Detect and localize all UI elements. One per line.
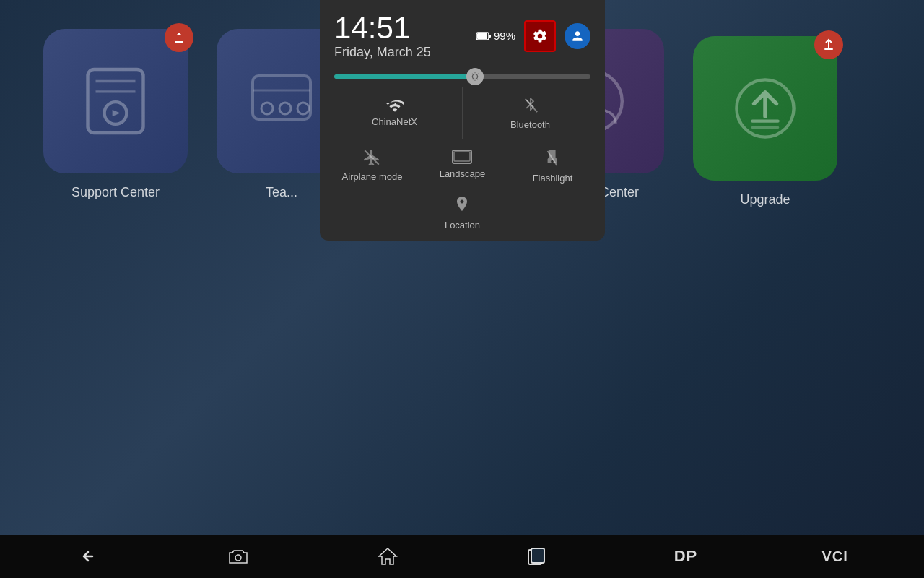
wifi-icon: [385, 96, 404, 112]
battery-percent: 99%: [494, 30, 515, 42]
vci-label: VCI: [821, 548, 847, 565]
svg-rect-16: [824, 48, 833, 50]
airplane-icon: [362, 148, 381, 167]
taskbar-home[interactable]: [370, 538, 406, 574]
tile-label-flashlight: Flashlight: [533, 173, 573, 184]
svg-point-8: [261, 103, 273, 114]
panel-date: Friday, March 25: [334, 45, 431, 60]
svg-rect-27: [531, 548, 544, 563]
panel-header: 14:51 Friday, March 25 99%: [320, 0, 605, 69]
bluetooth-toggle[interactable]: Bluetooth: [463, 87, 598, 139]
panel-status-icons: 99%: [476, 20, 590, 52]
taskbar-recents[interactable]: [518, 538, 554, 574]
app-label-team: Tea...: [266, 185, 297, 200]
svg-rect-23: [454, 152, 470, 161]
svg-line-20: [525, 99, 537, 112]
app-label-support: Support Center: [71, 185, 160, 200]
tile-landscape[interactable]: Landscape: [417, 139, 507, 192]
bluetooth-label: Bluetooth: [510, 119, 550, 130]
svg-marker-4: [113, 110, 121, 116]
brightness-row[interactable]: [320, 69, 605, 87]
tile-label-landscape: Landscape: [440, 168, 486, 179]
taskbar-camera[interactable]: [220, 538, 256, 574]
app-icon-support: [43, 29, 188, 173]
app-icon-upgrade: [693, 36, 837, 181]
dp-label: DP: [674, 547, 698, 566]
settings-button[interactable]: [524, 20, 556, 52]
app-icon-wrapper-upgrade: [693, 36, 837, 181]
app-icon-wrapper-support: [43, 29, 188, 173]
account-icon: [570, 29, 585, 43]
svg-rect-19: [489, 35, 491, 38]
taskbar-dp[interactable]: DP: [668, 538, 704, 574]
brightness-fill: [334, 74, 475, 79]
home-icon: [378, 546, 398, 566]
tile-flashlight[interactable]: Flashlight: [507, 139, 598, 192]
quick-toggles-row: ChinaNetX Bluetooth: [320, 87, 605, 139]
location-row: Location: [320, 192, 605, 241]
tile-label-airplane: Airplane mode: [342, 171, 403, 182]
svg-point-25: [235, 555, 241, 561]
svg-point-10: [297, 103, 309, 114]
battery-info: 99%: [476, 30, 515, 42]
app-badge-upgrade: [814, 30, 843, 59]
camera-icon: [227, 547, 249, 566]
wifi-label: ChinaNetX: [372, 116, 417, 127]
panel-time: 14:51: [334, 12, 431, 45]
app-item-upgrade[interactable]: Upgrade: [693, 36, 837, 207]
taskbar-back[interactable]: [71, 538, 107, 574]
brightness-thumb: [466, 68, 484, 85]
brightness-icon: [470, 72, 480, 82]
tile-location[interactable]: Location: [417, 195, 507, 230]
app-badge-support: [165, 23, 193, 52]
taskbar: DP VCI: [0, 535, 924, 578]
tiles-row: Airplane mode Landscape Flashlight: [320, 139, 605, 192]
bluetooth-icon: [523, 96, 539, 115]
landscape-icon: [452, 148, 472, 164]
svg-rect-18: [477, 33, 487, 39]
brightness-slider[interactable]: [334, 74, 590, 79]
notification-panel: 14:51 Friday, March 25 99%: [320, 0, 605, 241]
svg-point-9: [279, 103, 291, 114]
back-arrow-icon: [78, 547, 100, 566]
wifi-toggle[interactable]: ChinaNetX: [327, 87, 463, 139]
location-icon: [453, 195, 471, 215]
account-button[interactable]: [565, 23, 590, 49]
tile-airplane-mode[interactable]: Airplane mode: [327, 139, 417, 192]
flashlight-icon: [544, 148, 560, 168]
panel-time-block: 14:51 Friday, March 25: [334, 12, 431, 60]
svg-rect-5: [175, 41, 183, 43]
tile-label-location: Location: [445, 220, 480, 230]
recents-icon: [527, 547, 546, 566]
app-item-support-center[interactable]: Support Center: [43, 29, 188, 207]
taskbar-vci[interactable]: VCI: [817, 538, 853, 574]
settings-icon: [532, 28, 548, 44]
battery-icon: [476, 32, 491, 40]
app-label-upgrade: Upgrade: [740, 192, 790, 207]
